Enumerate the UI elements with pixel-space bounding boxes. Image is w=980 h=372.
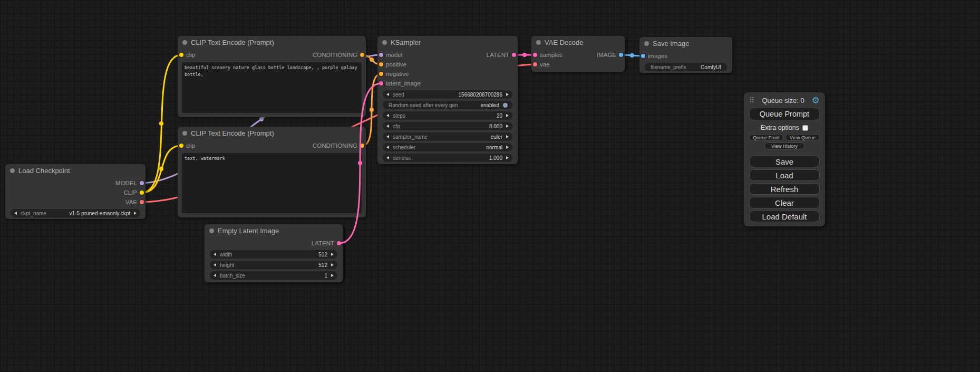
node-title-bar[interactable]: CLIP Text Encode (Prompt) [178, 36, 366, 49]
node-load-checkpoint[interactable]: Load Checkpoint MODEL CLIP VAE ckpt_name… [5, 164, 145, 219]
seed-widget[interactable]: seed 156680208700286 [383, 90, 512, 99]
collapse-icon[interactable] [382, 40, 387, 45]
collapse-icon[interactable] [536, 40, 541, 45]
node-vae-decode[interactable]: VAE Decode samples IMAGE vae [531, 36, 625, 72]
decrement-arrow-icon[interactable] [14, 212, 17, 215]
decrement-arrow-icon[interactable] [386, 125, 389, 128]
link-dot-conditioning-positive [370, 58, 374, 62]
filename-prefix-widget[interactable]: filename_prefix ComfyUI [645, 63, 727, 71]
node-clip-text-encode-positive[interactable]: CLIP Text Encode (Prompt) clip CONDITION… [178, 36, 366, 117]
slot-row: clip CONDITIONING [178, 141, 366, 150]
clear-button[interactable]: Clear [749, 197, 820, 208]
increment-arrow-icon[interactable] [506, 146, 509, 149]
link-dot-samples [522, 53, 527, 57]
collapse-icon[interactable] [209, 228, 214, 233]
save-button[interactable]: Save [749, 156, 820, 167]
scheduler-widget[interactable]: scheduler normal [383, 143, 512, 151]
node-clip-text-encode-negative[interactable]: CLIP Text Encode (Prompt) clip CONDITION… [178, 127, 366, 217]
decrement-arrow-icon[interactable] [386, 114, 389, 117]
link-dot-conditioning-negative [370, 108, 374, 112]
height-widget[interactable]: height 512 [210, 261, 337, 269]
node-title-bar[interactable]: VAE Decode [531, 36, 625, 49]
decrement-arrow-icon[interactable] [386, 146, 389, 149]
output-port-conditioning[interactable] [360, 53, 364, 57]
output-port-vae[interactable] [140, 200, 144, 204]
input-port-negative[interactable] [379, 72, 383, 76]
denoise-widget[interactable]: denoise 1.000 [383, 154, 512, 162]
input-port-clip[interactable] [179, 53, 183, 57]
node-empty-latent-image[interactable]: Empty Latent Image LATENT width 512 heig… [205, 224, 343, 282]
node-title-bar[interactable]: Empty Latent Image [205, 224, 343, 237]
input-port-vae[interactable] [533, 62, 537, 66]
slot-row: clip CONDITIONING [178, 50, 366, 60]
increment-arrow-icon[interactable] [506, 93, 509, 96]
input-port-latent-image[interactable] [379, 81, 383, 85]
refresh-button[interactable]: Refresh [749, 183, 820, 195]
increment-arrow-icon[interactable] [506, 156, 509, 159]
positive-prompt-textarea[interactable]: beautiful scenery nature glass bottle la… [182, 62, 362, 113]
queue-front-button[interactable]: Queue Front [749, 134, 783, 141]
load-default-button[interactable]: Load Default [749, 211, 820, 222]
width-widget[interactable]: width 512 [210, 250, 337, 259]
random-seed-toggle-widget[interactable]: Random seed after every gen enabled [383, 101, 512, 109]
node-canvas[interactable]: Load Checkpoint MODEL CLIP VAE ckpt_name… [0, 0, 980, 372]
sampler-name-widget[interactable]: sampler_name euler [383, 132, 512, 141]
output-port-image[interactable] [619, 53, 623, 57]
output-port-clip[interactable] [140, 190, 144, 195]
slot-row-model-latent: model LATENT [377, 50, 518, 60]
node-title-bar[interactable]: CLIP Text Encode (Prompt) [178, 127, 366, 139]
node-title: Save Image [653, 40, 689, 47]
decrement-arrow-icon[interactable] [386, 135, 389, 138]
extra-options-checkbox[interactable] [802, 125, 808, 131]
decrement-arrow-icon[interactable] [214, 274, 216, 277]
output-port-model[interactable] [140, 181, 144, 185]
input-port-samples[interactable] [533, 53, 537, 57]
input-port-model[interactable] [379, 53, 383, 57]
output-port-latent[interactable] [512, 53, 516, 57]
node-title-bar[interactable]: Save Image [639, 37, 732, 50]
input-slot-vae: vae [531, 60, 625, 69]
batch-size-widget[interactable]: batch_size 1 [210, 271, 337, 280]
decrement-arrow-icon[interactable] [386, 93, 389, 96]
collapse-icon[interactable] [182, 131, 187, 136]
negative-prompt-textarea[interactable]: text, watermark [182, 153, 362, 213]
input-port-positive[interactable] [379, 62, 383, 66]
node-title: Empty Latent Image [218, 227, 279, 235]
increment-arrow-icon[interactable] [506, 135, 509, 138]
node-ksampler[interactable]: KSampler model LATENT positive negative … [377, 36, 518, 164]
load-button[interactable]: Load [749, 169, 820, 181]
input-port-images[interactable] [641, 54, 645, 58]
input-port-clip[interactable] [179, 144, 183, 148]
node-title-bar[interactable]: KSampler [377, 36, 518, 49]
collapse-icon[interactable] [644, 41, 649, 46]
decrement-arrow-icon[interactable] [214, 253, 216, 256]
output-slot-vae: VAE [5, 197, 145, 207]
steps-widget[interactable]: steps 20 [383, 111, 512, 120]
output-port-conditioning[interactable] [360, 144, 364, 148]
ckpt-name-widget[interactable]: ckpt_name v1-5-pruned-emaonly.ckpt [11, 209, 140, 217]
increment-arrow-icon[interactable] [134, 212, 137, 215]
view-history-button[interactable]: View History [764, 142, 804, 149]
increment-arrow-icon[interactable] [331, 274, 334, 277]
output-port-latent[interactable] [337, 241, 341, 245]
decrement-arrow-icon[interactable] [214, 263, 216, 266]
queue-prompt-button[interactable]: Queue Prompt [749, 108, 820, 120]
increment-arrow-icon[interactable] [506, 114, 509, 117]
node-title-bar[interactable]: Load Checkpoint [5, 164, 145, 177]
node-save-image[interactable]: Save Image images filename_prefix ComfyU… [639, 37, 732, 73]
link-dot-model [259, 117, 264, 121]
collapse-icon[interactable] [10, 168, 15, 173]
decrement-arrow-icon[interactable] [386, 156, 389, 159]
collapse-icon[interactable] [182, 40, 187, 45]
cfg-widget[interactable]: cfg 8.000 [383, 122, 512, 130]
settings-gear-icon[interactable]: ⚙ [812, 96, 820, 105]
increment-arrow-icon[interactable] [331, 253, 334, 256]
output-slot-clip: CLIP [5, 188, 145, 197]
increment-arrow-icon[interactable] [331, 263, 334, 266]
toggle-indicator-icon[interactable] [503, 103, 508, 108]
increment-arrow-icon[interactable] [506, 125, 509, 128]
drag-handle-icon[interactable]: ⠿ [749, 97, 754, 104]
view-queue-button[interactable]: View Queue [785, 134, 820, 141]
output-slot-latent: LATENT [205, 239, 343, 248]
input-slot-positive: positive [377, 60, 518, 69]
